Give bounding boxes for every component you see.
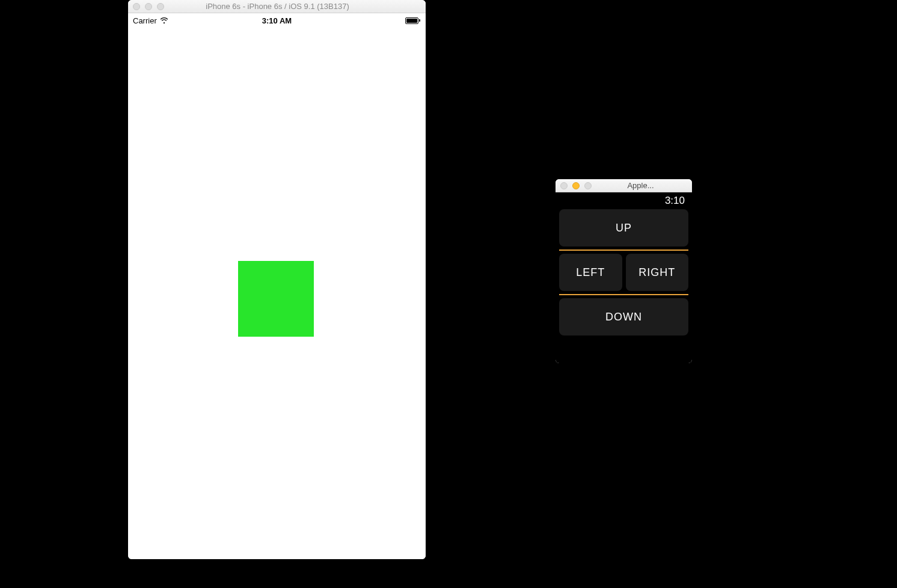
divider-icon [559,250,688,251]
carrier-group: Carrier [133,16,168,25]
right-button[interactable]: RIGHT [626,254,689,291]
minimize-window-button[interactable] [572,182,580,189]
iphone-simulator-window: iPhone 6s - iPhone 6s / iOS 9.1 (13B137)… [128,0,426,559]
up-button[interactable]: UP [559,209,688,247]
watch-screen[interactable]: 3:10 UP LEFT RIGHT DOWN [556,192,692,363]
watch-simulator-window: Apple... 3:10 UP LEFT RIGHT DOWN [556,179,692,363]
divider-icon [559,294,688,295]
watch-clock: 3:10 [665,195,685,207]
iphone-window-title: iPhone 6s - iPhone 6s / iOS 9.1 (13B137) [134,2,421,11]
left-button[interactable]: LEFT [559,254,622,291]
watch-window-titlebar[interactable]: Apple... [556,179,692,192]
green-square [238,261,314,337]
carrier-label: Carrier [133,16,157,25]
watch-statusbar: 3:10 [559,192,688,209]
close-window-button[interactable] [560,182,568,189]
battery-full-icon [405,17,421,24]
ios-clock: 3:10 AM [262,16,292,25]
iphone-window-titlebar[interactable]: iPhone 6s - iPhone 6s / iOS 9.1 (13B137) [128,0,426,13]
zoom-window-button[interactable] [584,182,592,189]
ios-statusbar: Carrier 3:10 AM [128,13,426,28]
traffic-lights [560,182,592,189]
down-button[interactable]: DOWN [559,298,688,335]
iphone-screen[interactable]: Carrier 3:10 AM [128,13,426,559]
wifi-icon [160,16,168,25]
watch-window-title: Apple... [594,181,687,190]
middle-button-row: LEFT RIGHT [559,254,688,291]
